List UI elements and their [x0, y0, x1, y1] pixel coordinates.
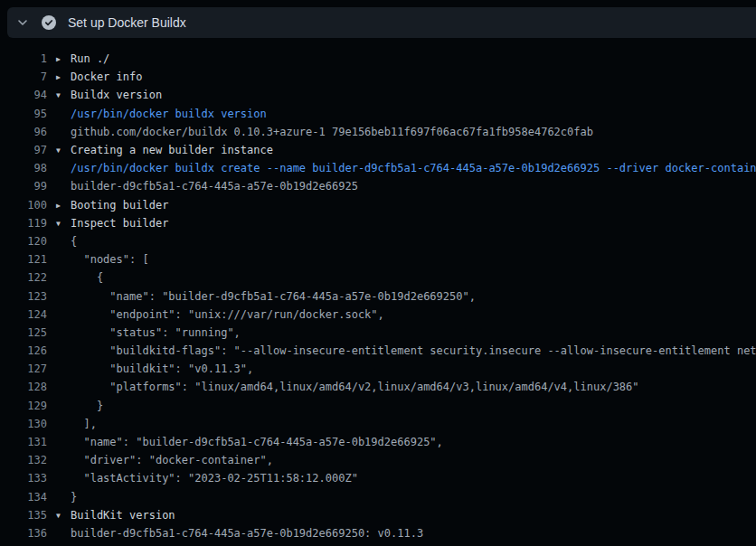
line-number[interactable]: 131 — [0, 436, 47, 448]
triangle-right-icon[interactable]: ▶ — [56, 202, 71, 210]
log-group-header[interactable]: ▼Creating a new builder instance — [47, 144, 273, 156]
log-group-header[interactable]: ▼Buildx version — [47, 89, 162, 101]
log-line: 1▶Run ./ — [0, 50, 756, 68]
log-line: 100▶Booting builder — [0, 196, 756, 214]
check-circle-icon — [42, 15, 56, 30]
log-output-text: builder-d9cfb5a1-c764-445a-a57e-0b19d2e6… — [47, 180, 358, 193]
log-line: 130 ], — [0, 415, 756, 433]
log-line: 96github.com/docker/buildx 0.10.3+azure-… — [0, 123, 756, 141]
log-group-title: Docker info — [71, 71, 142, 83]
log-line: 129 } — [0, 397, 756, 415]
triangle-down-icon[interactable]: ▼ — [56, 146, 71, 155]
log-line: 136builder-d9cfb5a1-c764-445a-a57e-0b19d… — [0, 524, 756, 542]
log-group-header[interactable]: ▶Booting builder — [47, 199, 168, 212]
line-number[interactable]: 132 — [0, 454, 47, 466]
log-line: 127 "buildkit": "v0.11.3", — [0, 360, 756, 378]
log-group-header[interactable]: ▶Docker info — [47, 71, 142, 83]
log-line: 123 "name": "builder-d9cfb5a1-c764-445a-… — [0, 287, 756, 305]
log-group-header[interactable]: ▼Inspect builder — [47, 217, 168, 230]
line-number[interactable]: 129 — [0, 400, 47, 412]
log-line: 124 "endpoint": "unix:///var/run/docker.… — [0, 306, 756, 324]
log-group-title: BuildKit version — [71, 509, 175, 522]
log-line: 7▶Docker info — [0, 68, 756, 86]
step-header[interactable]: Set up Docker Buildx — [7, 7, 756, 38]
log-output-text: "endpoint": "unix:///var/run/docker.sock… — [47, 308, 384, 321]
log-output-text: ], — [47, 418, 97, 430]
line-number[interactable]: 123 — [0, 290, 47, 303]
log-output-text: builder-d9cfb5a1-c764-445a-a57e-0b19d2e6… — [47, 527, 423, 540]
log-command-text: /usr/bin/docker buildx version — [47, 108, 267, 120]
log-group-title: Run ./ — [71, 52, 109, 65]
log-output-text: } — [47, 400, 103, 412]
line-number[interactable]: 127 — [0, 362, 47, 375]
log-group-header[interactable]: ▼BuildKit version — [47, 509, 175, 522]
log-group-title: Booting builder — [71, 199, 168, 212]
log-output-text: "buildkitd-flags": "--allow-insecure-ent… — [47, 344, 756, 357]
log-line: 94▼Buildx version — [0, 86, 756, 104]
log-group-title: Buildx version — [71, 89, 162, 101]
log-group-header[interactable]: ▶Run ./ — [47, 52, 109, 65]
line-number[interactable]: 130 — [0, 418, 47, 430]
triangle-down-icon[interactable]: ▼ — [56, 91, 71, 99]
line-number[interactable]: 95 — [0, 108, 47, 120]
log-line: 99builder-d9cfb5a1-c764-445a-a57e-0b19d2… — [0, 177, 756, 195]
log-group-title: Creating a new builder instance — [71, 144, 273, 156]
log-line: 97▼Creating a new builder instance — [0, 141, 756, 159]
log-line: 135▼BuildKit version — [0, 506, 756, 524]
log-command-text: /usr/bin/docker buildx create --name bui… — [47, 162, 756, 174]
line-number[interactable]: 98 — [0, 162, 47, 174]
line-number[interactable]: 97 — [0, 144, 47, 156]
log-line: 132 "driver": "docker-container", — [0, 451, 756, 469]
log-line: 119▼Inspect builder — [0, 214, 756, 232]
log-output-text: "lastActivity": "2023-02-25T11:58:12.000… — [47, 472, 358, 485]
log-output-text: "status": "running", — [47, 326, 241, 339]
log-output-text: "name": "builder-d9cfb5a1-c764-445a-a57e… — [47, 290, 476, 303]
log-group-title: Inspect builder — [71, 217, 168, 230]
line-number[interactable]: 99 — [0, 180, 47, 193]
line-number[interactable]: 134 — [0, 491, 47, 504]
triangle-down-icon[interactable]: ▼ — [56, 512, 71, 520]
line-number[interactable]: 7 — [0, 71, 47, 83]
log-output-text: "name": "builder-d9cfb5a1-c764-445a-a57e… — [47, 436, 443, 448]
line-number[interactable]: 128 — [0, 381, 47, 393]
line-number[interactable]: 120 — [0, 235, 47, 248]
log-line: 95/usr/bin/docker buildx version — [0, 105, 756, 123]
line-number[interactable]: 124 — [0, 308, 47, 321]
line-number[interactable]: 122 — [0, 271, 47, 284]
line-number[interactable]: 96 — [0, 126, 47, 138]
log-output-text: "buildkit": "v0.11.3", — [47, 362, 253, 375]
log-line: 128 "platforms": "linux/amd64,linux/amd6… — [0, 378, 756, 396]
triangle-right-icon[interactable]: ▶ — [56, 73, 71, 81]
log-line: 125 "status": "running", — [0, 324, 756, 342]
line-number[interactable]: 136 — [0, 527, 47, 540]
line-number[interactable]: 125 — [0, 326, 47, 339]
log-lines: 1▶Run ./7▶Docker info94▼Buildx version95… — [0, 50, 756, 546]
line-number[interactable]: 133 — [0, 472, 47, 485]
line-number[interactable]: 121 — [0, 253, 47, 266]
log-line: 134} — [0, 488, 756, 506]
line-number[interactable]: 100 — [0, 199, 47, 212]
log-line: 98/usr/bin/docker buildx create --name b… — [0, 159, 756, 177]
log-output-text: } — [47, 491, 77, 504]
line-number[interactable]: 126 — [0, 344, 47, 357]
log-output-text: { — [47, 271, 103, 284]
log-output-text: "driver": "docker-container", — [47, 454, 273, 466]
log-output-text: github.com/docker/buildx 0.10.3+azure-1 … — [47, 126, 593, 138]
log-line: 120{ — [0, 232, 756, 250]
step-title: Set up Docker Buildx — [68, 15, 186, 30]
log-line: 126 "buildkitd-flags": "--allow-insecure… — [0, 342, 756, 360]
log-line: 122 { — [0, 268, 756, 287]
line-number[interactable]: 1 — [0, 52, 47, 65]
log-output-text: { — [47, 235, 77, 248]
triangle-right-icon[interactable]: ▶ — [56, 55, 71, 63]
line-number[interactable]: 119 — [0, 217, 47, 230]
log-output-text: "nodes": [ — [47, 253, 149, 266]
triangle-down-icon[interactable]: ▼ — [56, 220, 71, 228]
log-line: 121 "nodes": [ — [0, 250, 756, 268]
chevron-down-icon[interactable] — [16, 16, 29, 29]
line-number[interactable]: 135 — [0, 509, 47, 522]
log-line: 131 "name": "builder-d9cfb5a1-c764-445a-… — [0, 433, 756, 451]
line-number[interactable]: 94 — [0, 89, 47, 101]
log-output-text: "platforms": "linux/amd64,linux/amd64/v2… — [47, 381, 639, 393]
log-line: 133 "lastActivity": "2023-02-25T11:58:12… — [0, 469, 756, 487]
